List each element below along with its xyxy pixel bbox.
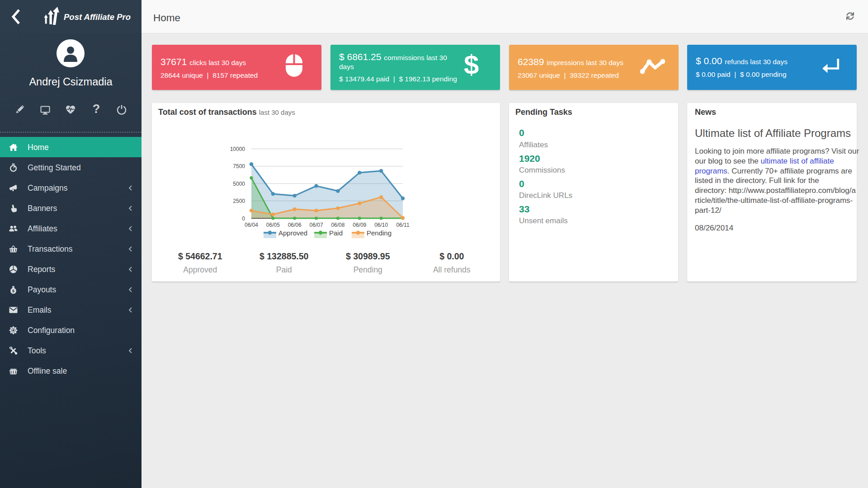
svg-text:06/04: 06/04 [245, 222, 258, 228]
svg-text:10000: 10000 [230, 146, 245, 152]
svg-text:06/10: 06/10 [374, 222, 388, 228]
svg-text:06/09: 06/09 [353, 222, 366, 228]
svg-text:06/08: 06/08 [331, 222, 344, 228]
svg-text:06/06: 06/06 [288, 222, 302, 228]
svg-text:5000: 5000 [233, 181, 245, 187]
svg-text:Paid: Paid [329, 229, 343, 237]
svg-text:06/11: 06/11 [396, 222, 409, 228]
svg-text:$: $ [12, 288, 15, 293]
svg-text:7500: 7500 [233, 163, 245, 169]
svg-text:2500: 2500 [233, 198, 245, 204]
svg-text:Pending: Pending [367, 229, 392, 237]
svg-text:06/07: 06/07 [310, 222, 323, 228]
svg-text:06/05: 06/05 [266, 222, 280, 228]
svg-text:Approved: Approved [278, 229, 307, 237]
svg-text:0: 0 [242, 216, 245, 222]
